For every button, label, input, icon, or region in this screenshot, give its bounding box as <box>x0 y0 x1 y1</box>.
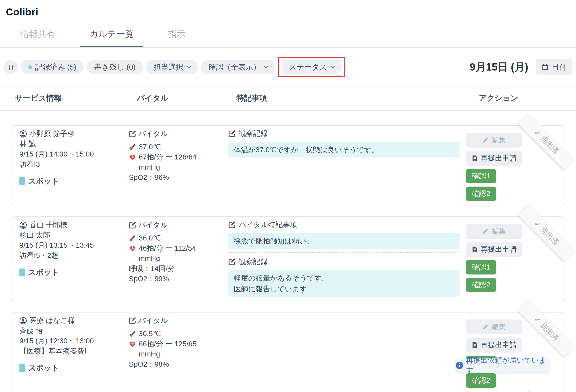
edit-icon[interactable] <box>228 258 236 266</box>
confirm2-button[interactable]: 確認2 <box>466 373 496 388</box>
col-header-service: サービス情報 <box>15 93 137 103</box>
confirm1-button[interactable]: 確認1 <box>466 169 496 183</box>
spot-badge: スポット <box>28 363 59 373</box>
check-icon: ✓ <box>532 314 543 325</box>
status-filter-highlight: ステータス <box>278 57 345 77</box>
staff-name: 杉山 太郎 <box>19 230 129 240</box>
spot-square-icon <box>19 269 25 276</box>
spot-badge: スポット <box>28 176 59 186</box>
confirm2-button[interactable]: 確認2 <box>466 278 496 292</box>
vital-pulse-bp: 46拍/分 ー 112/54 mmHg <box>139 243 211 264</box>
calendar-icon <box>541 63 549 71</box>
chevron-down-icon <box>264 64 268 68</box>
tab-info-share[interactable]: 情報共有 <box>11 28 65 47</box>
service-type: 訪看Ⅰ3 <box>19 159 129 169</box>
edit-icon[interactable] <box>129 221 136 229</box>
document-icon <box>471 246 478 253</box>
vitals-label: バイタル <box>138 129 168 139</box>
person-icon <box>19 130 27 138</box>
info-icon: i <box>456 362 463 369</box>
document-icon <box>471 342 478 348</box>
check-icon: ✓ <box>532 128 543 138</box>
col-header-vitals: バイタル <box>137 93 236 103</box>
edit-button[interactable]: 編集 <box>466 133 522 148</box>
heart-pulse-icon <box>129 245 136 252</box>
spot-square-icon <box>19 177 25 185</box>
confirm1-button[interactable]: 確認1 <box>466 260 496 274</box>
edit-icon[interactable] <box>129 317 136 324</box>
vitals-label: バイタル <box>138 315 168 326</box>
staff-name: 斉藤 悟 <box>19 326 129 336</box>
filter-bar: ↓↑ 記録済み (5) 書き残し (0) 担当選択 確認（全表示） ステータス … <box>0 57 576 77</box>
chart-card: 小野原 節子様 林 誠 9/15 (月) 14:30 ~ 15:00 訪看Ⅰ3 … <box>11 125 565 206</box>
resubmit-request-button[interactable]: 再提出申請 <box>466 151 522 166</box>
resubmit-request-button[interactable]: 再提出申請 <box>466 242 522 257</box>
pencil-icon <box>482 324 488 330</box>
tooltip-arrow <box>500 372 506 376</box>
chart-list: 小野原 節子様 林 誠 9/15 (月) 14:30 ~ 15:00 訪看Ⅰ3 … <box>0 125 576 392</box>
filter-assignee-dropdown[interactable]: 担当選択 <box>146 60 198 74</box>
chart-card: 香山 十郎様 杉山 太郎 9/15 (月) 13:15 ~ 13:45 訪看Ⅰ5… <box>11 216 565 302</box>
table-header: サービス情報 バイタル 特記事項 アクション <box>0 86 576 111</box>
patient-name: 小野原 節子様 <box>29 129 75 139</box>
edit-button[interactable]: 編集 <box>466 319 522 334</box>
heart-pulse-icon <box>129 340 136 348</box>
service-type: 【医療】基本療養費Ⅰ <box>19 346 129 356</box>
tab-bar: 情報共有 カルテ一覧 指示 <box>0 28 576 48</box>
chart-card: 医療 はなこ様 斉藤 悟 9/15 (月) 12:30 ~ 13:00 【医療】… <box>11 312 565 392</box>
tooltip-text: 再提出依頼が届いています <box>466 355 550 375</box>
note-label: 観察記録 <box>239 129 268 139</box>
note-divider <box>228 252 460 253</box>
vital-pulse-bp: 66拍/分 ー 125/65 mmHg <box>139 339 211 359</box>
visit-schedule: 9/15 (月) 13:15 ~ 13:45 <box>19 240 129 250</box>
filter-recorded[interactable]: 記録済み (5) <box>21 60 84 74</box>
vital-temp: 36.5℃ <box>139 329 161 339</box>
note-label: バイタル特記事項 <box>239 220 297 230</box>
edit-icon[interactable] <box>129 130 136 138</box>
vital-spo2: SpO2：99% <box>129 274 211 284</box>
resubmit-request-tooltip: i 再提出依頼が届いています <box>456 358 550 372</box>
visit-schedule: 9/15 (月) 12:30 ~ 13:00 <box>19 336 129 346</box>
pencil-icon <box>482 228 488 235</box>
vital-pulse-bp: 67拍/分 ー 126/64 mmHg <box>139 152 211 172</box>
thermometer-icon <box>129 330 136 338</box>
vital-spo2: SpO2：96% <box>129 172 211 183</box>
sort-button[interactable]: ↓↑ <box>3 60 18 74</box>
person-icon <box>19 221 27 229</box>
staff-name: 林 誠 <box>19 139 129 149</box>
vitals-label: バイタル <box>138 220 168 230</box>
date-picker-button[interactable]: 日付 <box>536 59 572 75</box>
col-header-actions: アクション <box>479 93 576 103</box>
note-text: 徐脈で脈拍触知は弱い。 <box>228 233 460 249</box>
heart-pulse-icon <box>129 154 136 161</box>
service-type: 訪看Ⅰ5・2超 <box>19 250 129 261</box>
patient-name: 医療 はなこ様 <box>29 315 75 326</box>
note-text: 軽度の眩暈があるそうです。 医師に報告しています。 <box>228 270 460 297</box>
resubmit-request-button[interactable]: 再提出申請 <box>466 338 522 353</box>
spot-square-icon <box>19 364 25 372</box>
edit-icon[interactable] <box>228 221 236 229</box>
chevron-down-icon <box>187 64 191 68</box>
document-icon <box>471 155 478 161</box>
vital-resp: 呼吸：14回/分 <box>129 264 211 274</box>
tab-chart-list[interactable]: カルテ一覧 <box>80 28 143 47</box>
vital-spo2: SpO2：98% <box>129 359 211 369</box>
note-text: 体温が37.0℃ですが、状態は良いそうです。 <box>228 142 460 157</box>
edit-button[interactable]: 編集 <box>466 224 522 239</box>
chevron-down-icon <box>330 64 335 68</box>
person-icon <box>19 317 27 324</box>
edit-icon[interactable] <box>228 130 236 137</box>
vital-temp: 36.0℃ <box>139 233 161 243</box>
filter-confirm-dropdown[interactable]: 確認（全表示） <box>201 60 275 74</box>
visit-schedule: 9/15 (月) 14:30 ~ 15:00 <box>19 149 129 159</box>
confirm2-button[interactable]: 確認2 <box>466 187 496 201</box>
teal-dot-icon <box>28 65 32 69</box>
thermometer-icon <box>129 143 136 151</box>
thermometer-icon <box>129 235 136 242</box>
sort-icon: ↓↑ <box>8 63 14 71</box>
app-title: Colibri <box>0 0 576 18</box>
filter-status-dropdown[interactable]: ステータス <box>282 60 342 74</box>
tab-instructions[interactable]: 指示 <box>158 28 195 47</box>
patient-name: 香山 十郎様 <box>29 220 67 230</box>
filter-unwritten[interactable]: 書き残し (0) <box>87 60 143 74</box>
